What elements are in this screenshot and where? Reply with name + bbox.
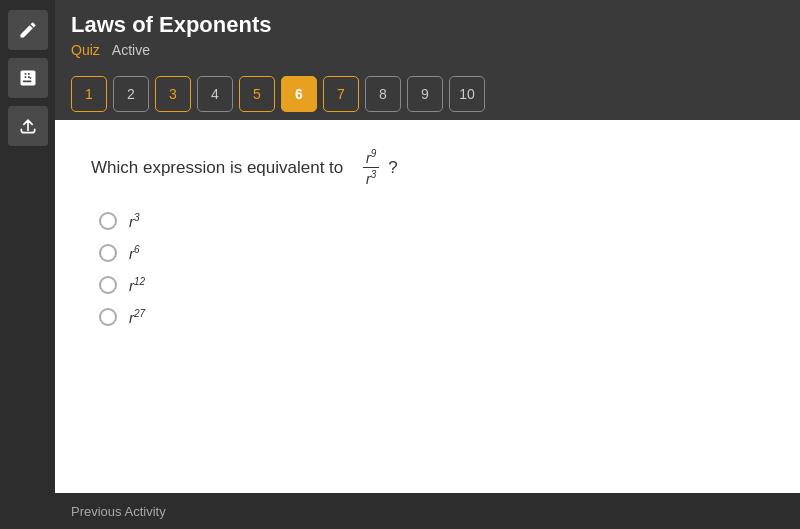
header: Laws of Exponents Quiz Active <box>55 0 800 68</box>
q-num-10[interactable]: 10 <box>449 76 485 112</box>
quiz-label: Quiz <box>71 42 100 58</box>
previous-activity-label: Previous Activity <box>71 504 166 519</box>
q-num-5[interactable]: 5 <box>239 76 275 112</box>
radio-r12[interactable] <box>99 276 117 294</box>
option-r27[interactable]: r27 <box>99 308 764 326</box>
option-r12[interactable]: r12 <box>99 276 764 294</box>
option-label-r3: r3 <box>129 212 140 230</box>
options-list: r3 r6 r12 r27 <box>99 212 764 326</box>
page-title: Laws of Exponents <box>71 12 784 38</box>
option-label-r27: r27 <box>129 308 145 326</box>
upload-button[interactable] <box>8 106 48 146</box>
sidebar <box>0 0 55 529</box>
question-nav: 1 2 3 4 5 6 7 8 9 10 <box>55 68 800 120</box>
status-badge: Active <box>112 42 150 58</box>
q-num-9[interactable]: 9 <box>407 76 443 112</box>
question-text-before: Which expression is equivalent to <box>91 158 343 178</box>
fraction-numerator: r9 <box>363 148 379 168</box>
main-area: Laws of Exponents Quiz Active 1 2 3 4 5 … <box>55 0 800 529</box>
q-num-6[interactable]: 6 <box>281 76 317 112</box>
radio-r6[interactable] <box>99 244 117 262</box>
pencil-button[interactable] <box>8 10 48 50</box>
q-num-8[interactable]: 8 <box>365 76 401 112</box>
fraction-denominator: r3 <box>363 168 379 187</box>
option-label-r12: r12 <box>129 276 145 294</box>
q-num-2[interactable]: 2 <box>113 76 149 112</box>
q-num-7[interactable]: 7 <box>323 76 359 112</box>
question-text: Which expression is equivalent to r9 r3 … <box>91 148 764 188</box>
q-num-3[interactable]: 3 <box>155 76 191 112</box>
option-label-r6: r6 <box>129 244 140 262</box>
radio-r27[interactable] <box>99 308 117 326</box>
quiz-content: Which expression is equivalent to r9 r3 … <box>55 120 800 493</box>
bottom-bar: Previous Activity <box>55 493 800 529</box>
question-text-after: ? <box>388 158 397 178</box>
fraction: r9 r3 <box>363 148 379 188</box>
q-num-1[interactable]: 1 <box>71 76 107 112</box>
radio-r3[interactable] <box>99 212 117 230</box>
option-r3[interactable]: r3 <box>99 212 764 230</box>
header-meta: Quiz Active <box>71 42 784 58</box>
q-num-4[interactable]: 4 <box>197 76 233 112</box>
calculator-button[interactable] <box>8 58 48 98</box>
option-r6[interactable]: r6 <box>99 244 764 262</box>
